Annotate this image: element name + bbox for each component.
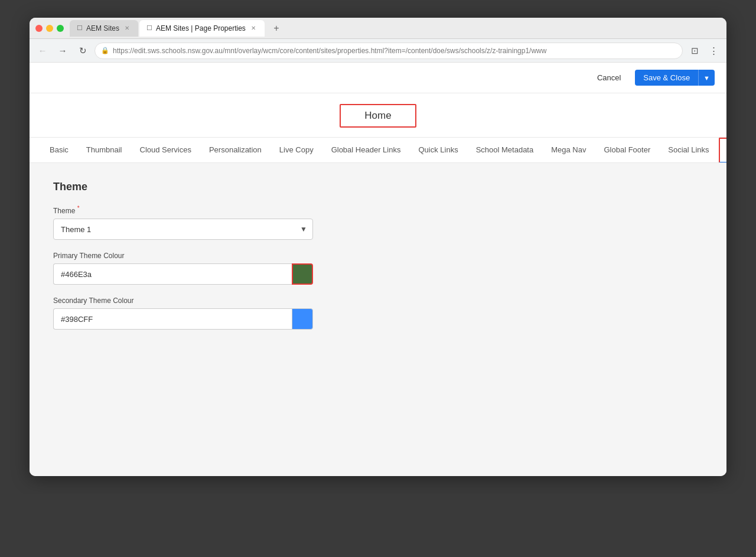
secondary-colour-swatch[interactable] — [292, 308, 313, 330]
secondary-colour-group: Secondary Theme Colour — [53, 297, 703, 330]
more-options-button[interactable]: ⋮ — [705, 43, 722, 59]
page-title-area: Home — [30, 93, 726, 138]
tab-cloud-services[interactable]: Cloud Services — [132, 138, 200, 162]
tab-aem-sites[interactable]: ☐ AEM Sites ✕ — [70, 20, 138, 37]
back-button[interactable]: ← — [34, 43, 51, 59]
form-area: Theme Theme * Theme 1 Theme 2 Theme 3 ▼ … — [30, 163, 726, 359]
page-content: Cancel Save & Close ▼ Home Basic Thumbna… — [30, 63, 726, 476]
secondary-colour-input[interactable] — [53, 308, 292, 330]
tab-mega-nav[interactable]: Mega Nav — [543, 138, 594, 162]
maximize-window-button[interactable] — [57, 25, 64, 32]
tab-live-copy[interactable]: Live Copy — [271, 138, 322, 162]
tab-theme[interactable]: Theme — [719, 138, 726, 163]
tab-social-links[interactable]: Social Links — [660, 138, 717, 162]
secondary-colour-row — [53, 308, 313, 330]
url-text: https://edit.sws.schools.nsw.gov.au/mnt/… — [113, 47, 546, 55]
theme-label: Theme * — [53, 205, 703, 215]
reload-button[interactable]: ↻ — [74, 43, 91, 59]
tab-quick-links[interactable]: Quick Links — [410, 138, 466, 162]
theme-select-wrapper: Theme 1 Theme 2 Theme 3 ▼ — [53, 219, 313, 240]
lock-icon: 🔒 — [101, 47, 109, 54]
cancel-button[interactable]: Cancel — [589, 70, 629, 86]
tab-personalization[interactable]: Personalization — [201, 138, 270, 162]
tab-aem-sites-page-properties[interactable]: ☐ AEM Sites | Page Properties ✕ — [139, 20, 265, 37]
theme-field-group: Theme * Theme 1 Theme 2 Theme 3 ▼ — [53, 205, 703, 240]
extensions-button[interactable]: ⊡ — [686, 43, 703, 59]
title-bar: ☐ AEM Sites ✕ ☐ AEM Sites | Page Propert… — [30, 18, 726, 39]
browser-window: ☐ AEM Sites ✕ ☐ AEM Sites | Page Propert… — [30, 18, 726, 476]
action-bar: Cancel Save & Close ▼ — [30, 63, 726, 93]
tab-icon: ☐ — [77, 24, 83, 32]
close-window-button[interactable] — [35, 25, 43, 32]
minimize-window-button[interactable] — [46, 25, 53, 32]
tab-label: AEM Sites | Page Properties — [156, 24, 246, 32]
tab-school-metadata[interactable]: School Metadata — [468, 138, 542, 162]
tab-label: AEM Sites — [86, 24, 119, 32]
tab-global-header-links[interactable]: Global Header Links — [323, 138, 409, 162]
save-close-group: Save & Close ▼ — [635, 70, 715, 86]
save-close-dropdown-button[interactable]: ▼ — [698, 70, 715, 86]
tab-close-button[interactable]: ✕ — [123, 24, 131, 32]
toolbar-right: ⊡ ⋮ — [686, 43, 722, 59]
tab-basic[interactable]: Basic — [41, 138, 77, 162]
theme-select[interactable]: Theme 1 Theme 2 Theme 3 — [53, 219, 313, 240]
forward-button[interactable]: → — [54, 43, 71, 59]
page-title: Home — [364, 110, 391, 121]
url-bar[interactable]: 🔒 https://edit.sws.schools.nsw.gov.au/mn… — [94, 43, 683, 59]
url-path: /mnt/overlay/wcm/core/content/sites/prop… — [223, 47, 547, 55]
tab-icon: ☐ — [146, 24, 152, 32]
tab-thumbnail[interactable]: Thumbnail — [78, 138, 131, 162]
page-title-box: Home — [340, 104, 416, 128]
secondary-colour-label: Secondary Theme Colour — [53, 297, 703, 305]
primary-colour-group: Primary Theme Colour — [53, 252, 703, 285]
address-bar: ← → ↻ 🔒 https://edit.sws.schools.nsw.gov… — [30, 39, 726, 63]
url-base: https://edit.sws.schools.nsw.gov.au — [113, 47, 223, 55]
primary-colour-row — [53, 263, 313, 285]
primary-colour-input[interactable] — [53, 263, 292, 285]
tab-global-footer[interactable]: Global Footer — [595, 138, 659, 162]
primary-colour-label: Primary Theme Colour — [53, 252, 703, 260]
tabs-nav: Basic Thumbnail Cloud Services Personali… — [30, 138, 726, 163]
primary-colour-swatch[interactable] — [292, 263, 313, 285]
tab-close-button[interactable]: ✕ — [249, 24, 258, 32]
new-tab-button[interactable]: + — [268, 20, 285, 37]
traffic-lights — [35, 25, 64, 32]
section-title: Theme — [53, 181, 703, 193]
save-close-button[interactable]: Save & Close — [635, 70, 698, 86]
browser-tabs: ☐ AEM Sites ✕ ☐ AEM Sites | Page Propert… — [70, 20, 721, 37]
